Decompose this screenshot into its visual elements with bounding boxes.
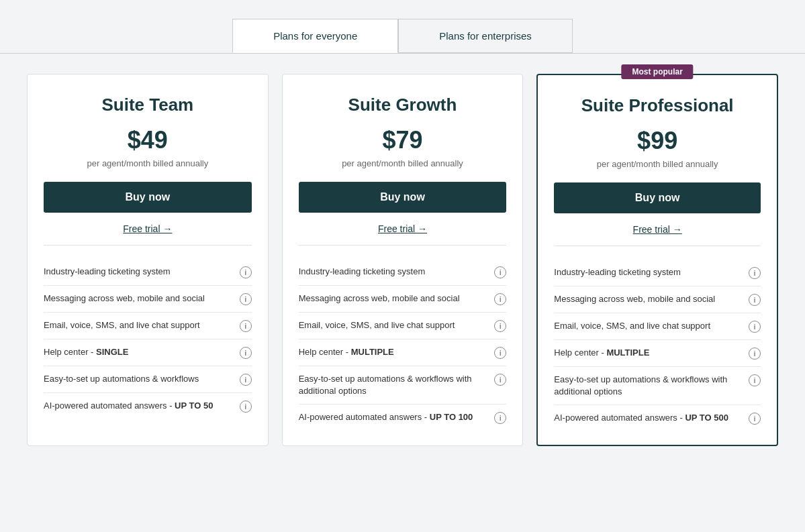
features-list: Industry-leading ticketing system i Mess… — [44, 259, 252, 419]
info-icon[interactable]: i — [494, 320, 506, 332]
info-icon[interactable]: i — [240, 266, 252, 278]
info-icon[interactable]: i — [494, 374, 506, 386]
feature-item: Easy-to-set up automations & workflows i — [44, 366, 252, 393]
buy-now-button[interactable]: Buy now — [299, 182, 507, 213]
feature-item: Messaging across web, mobile and social … — [44, 286, 252, 313]
plan-name: Suite Professional — [554, 95, 761, 116]
feature-item: Messaging across web, mobile and social … — [299, 286, 507, 313]
plan-name: Suite Growth — [299, 95, 507, 115]
feature-item: Easy-to-set up automations & workflows w… — [299, 366, 507, 405]
plan-card-suite-growth: Suite Growth$79per agent/month billed an… — [282, 74, 524, 446]
popular-badge: Most popular — [621, 64, 693, 79]
plan-name: Suite Team — [44, 95, 252, 115]
info-icon[interactable]: i — [749, 267, 761, 279]
feature-text: AI-powered automated answers - UP TO 100 — [299, 411, 495, 423]
feature-text: Industry-leading ticketing system — [554, 266, 749, 278]
features-list: Industry-leading ticketing system i Mess… — [299, 259, 507, 431]
plan-tabs: Plans for everyone Plans for enterprises — [232, 19, 573, 53]
feature-text: AI-powered automated answers - UP TO 500 — [554, 412, 749, 424]
plan-billing: per agent/month billed annually — [554, 159, 761, 169]
feature-text: Email, voice, SMS, and live chat support — [44, 319, 240, 331]
feature-item: Messaging across web, mobile and social … — [554, 286, 761, 313]
feature-text: Messaging across web, mobile and social — [44, 292, 240, 305]
feature-item: Easy-to-set up automations & workflows w… — [554, 367, 761, 405]
buy-now-button[interactable]: Buy now — [44, 182, 252, 213]
plan-billing: per agent/month billed annually — [299, 158, 507, 168]
tab-everyone[interactable]: Plans for everyone — [232, 19, 398, 53]
info-icon[interactable]: i — [240, 347, 252, 359]
info-icon[interactable]: i — [749, 374, 761, 386]
feature-item: Help center - MULTIPLE i — [299, 339, 507, 366]
features-list: Industry-leading ticketing system i Mess… — [554, 260, 761, 431]
plan-card-suite-professional: Most popularSuite Professional$99per age… — [536, 74, 778, 446]
feature-text: AI-powered automated answers - UP TO 50 — [44, 400, 240, 412]
feature-item: AI-powered automated answers - UP TO 50 … — [44, 393, 252, 419]
feature-text: Industry-leading ticketing system — [44, 266, 240, 278]
info-icon[interactable]: i — [240, 320, 252, 332]
info-icon[interactable]: i — [494, 266, 506, 278]
info-icon[interactable]: i — [494, 293, 506, 305]
plans-grid: Suite Team$49per agent/month billed annu… — [27, 74, 778, 446]
feature-text: Help center - MULTIPLE — [554, 347, 749, 359]
feature-item: AI-powered automated answers - UP TO 100… — [299, 405, 507, 431]
feature-text: Easy-to-set up automations & workflows w… — [554, 374, 749, 398]
feature-item: AI-powered automated answers - UP TO 500… — [554, 405, 761, 431]
info-icon[interactable]: i — [749, 348, 761, 360]
tab-enterprises[interactable]: Plans for enterprises — [398, 19, 573, 53]
plan-price: $99 — [554, 127, 761, 155]
info-icon[interactable]: i — [240, 374, 252, 386]
info-icon[interactable]: i — [749, 294, 761, 306]
feature-text: Messaging across web, mobile and social — [554, 293, 749, 305]
plan-card-suite-team: Suite Team$49per agent/month billed annu… — [27, 74, 269, 446]
plan-billing: per agent/month billed annually — [44, 158, 252, 168]
info-icon[interactable]: i — [494, 412, 506, 424]
free-trial-link[interactable]: Free trial → — [299, 223, 507, 246]
plan-price: $79 — [299, 126, 507, 154]
buy-now-button[interactable]: Buy now — [554, 182, 761, 213]
info-icon[interactable]: i — [240, 293, 252, 305]
feature-text: Email, voice, SMS, and live chat support — [299, 319, 495, 331]
feature-text: Industry-leading ticketing system — [299, 266, 495, 278]
info-icon[interactable]: i — [494, 347, 506, 359]
feature-item: Email, voice, SMS, and live chat support… — [554, 313, 761, 340]
free-trial-link[interactable]: Free trial → — [554, 224, 761, 246]
free-trial-link[interactable]: Free trial → — [44, 223, 252, 246]
feature-text: Email, voice, SMS, and live chat support — [554, 320, 749, 332]
info-icon[interactable]: i — [749, 321, 761, 333]
plan-price: $49 — [44, 126, 252, 154]
feature-item: Email, voice, SMS, and live chat support… — [299, 313, 507, 339]
feature-item: Industry-leading ticketing system i — [44, 259, 252, 286]
feature-text: Easy-to-set up automations & workflows w… — [299, 373, 495, 397]
feature-text: Help center - MULTIPLE — [299, 346, 495, 358]
info-icon[interactable]: i — [749, 413, 761, 425]
feature-item: Industry-leading ticketing system i — [554, 260, 761, 286]
feature-text: Help center - SINGLE — [44, 346, 240, 358]
feature-text: Easy-to-set up automations & workflows — [44, 373, 240, 385]
info-icon[interactable]: i — [240, 401, 252, 413]
feature-item: Help center - MULTIPLE i — [554, 340, 761, 367]
feature-item: Industry-leading ticketing system i — [299, 259, 507, 286]
feature-text: Messaging across web, mobile and social — [299, 292, 495, 305]
feature-item: Email, voice, SMS, and live chat support… — [44, 313, 252, 339]
plans-section: Suite Team$49per agent/month billed annu… — [0, 54, 805, 473]
feature-item: Help center - SINGLE i — [44, 339, 252, 366]
